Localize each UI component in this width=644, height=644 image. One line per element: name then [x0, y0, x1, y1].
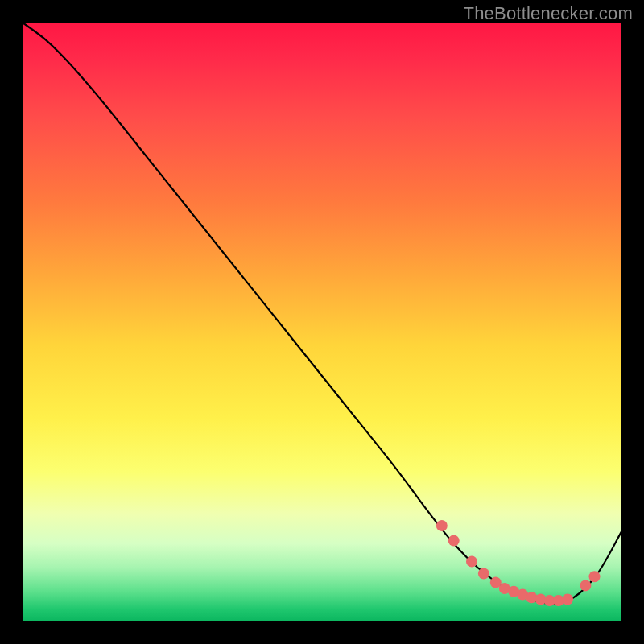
- data-marker: [448, 535, 460, 547]
- data-marker: [466, 556, 477, 568]
- data-marker: [589, 571, 601, 582]
- chart-plot-area: [23, 23, 621, 621]
- bottleneck-curve: [23, 23, 621, 604]
- attribution-text: TheBottlenecker.com: [464, 3, 633, 24]
- data-marker: [478, 568, 489, 580]
- data-marker: [436, 520, 448, 531]
- data-marker: [562, 594, 573, 605]
- marker-group: [436, 520, 601, 606]
- chart-svg: [23, 23, 621, 621]
- chart-frame: TheBottlenecker.com: [0, 0, 644, 644]
- data-marker: [580, 580, 591, 591]
